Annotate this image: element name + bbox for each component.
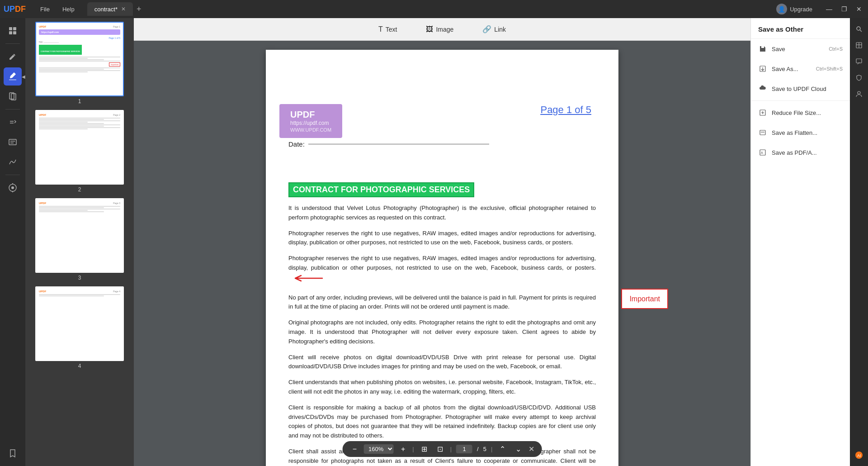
new-tab-button[interactable]: + [133,5,145,14]
thumbnail-page-4[interactable]: UPDF Page 4 4 [29,286,130,369]
close-button[interactable]: ✕ [854,5,864,14]
toolbar-sign-icon[interactable] [4,153,22,171]
svg-point-19 [857,27,860,30]
save-option-save[interactable]: Save Ctrl+S [751,39,850,59]
save-label: Save [772,46,824,52]
titlebar-right: 👤 Upgrade — ❐ ✕ [776,4,864,14]
svg-point-25 [858,91,860,94]
svg-rect-15 [760,130,765,135]
maximize-button[interactable]: ❐ [839,5,850,14]
page-separator: / [477,446,479,452]
zoom-level-select[interactable]: 160% [364,444,394,454]
left-toolbar: ◀ [0,18,25,466]
zoom-bar: − 160% + | ⊞ ⊡ | / 5 | ⌃ ⌄ ✕ [343,441,542,457]
zoom-out-button[interactable]: − [350,444,359,454]
toolbar-pages-icon[interactable] [4,87,22,105]
contract-para-1: It is understood that Velvet Lotus Photo… [288,204,596,223]
contract-para-backup: Client is responsible for making a backu… [288,403,596,441]
arrow-annotation [293,273,325,287]
menu-help[interactable]: Help [57,4,80,14]
date-label: Date: [288,140,305,148]
page-number-input[interactable] [456,445,472,453]
thumbnail-num-4: 4 [78,363,81,369]
svg-rect-6 [9,139,16,145]
thumbnail-page-2[interactable]: UPDF Page 2 2 [29,110,130,193]
thumbnail-num-3: 3 [78,275,81,281]
upgrade-label: Upgrade [790,6,812,13]
saveas-icon [758,64,767,73]
right-search-icon[interactable] [852,22,866,36]
updf-domain: WWW.UPDF.COM [290,127,331,133]
thumbnail-image-4: UPDF Page 4 [35,286,124,361]
svg-rect-0 [9,27,12,30]
save-option-cloud[interactable]: Save to UPDF Cloud [751,79,850,99]
save-panel-divider [751,100,850,101]
toolbar-edit-icon[interactable] [4,48,22,66]
toolbar-view-icon[interactable] [4,22,22,40]
pdf-viewer[interactable]: UPDF https://updf.com WWW.UPDF.COM Page … [134,41,750,466]
reduce-icon [758,108,767,117]
important-box: Important [621,289,668,309]
next-page-button[interactable]: ⌄ [513,444,524,454]
thumbnail-panel: UPDF Page 1 https://updf.com Page 1 of 5… [25,18,134,466]
thumbnail-image-3: UPDF Page 3 [35,198,124,273]
toolbar-ai-icon[interactable] [4,179,22,197]
date-line: Date: [288,140,596,148]
save-option-pdfa[interactable]: A Save as PDF/A... [751,143,850,162]
toolbar-convert-icon[interactable] [4,113,22,131]
thumbnail-page-1[interactable]: UPDF Page 1 https://updf.com Page 1 of 5… [29,22,130,105]
zoom-close-button[interactable]: ✕ [528,445,534,453]
right-ai-icon[interactable]: AI [852,448,866,462]
main-layout: ◀ UPDF [0,18,868,466]
app-logo: UPDF [4,5,26,14]
svg-rect-1 [13,27,16,30]
prev-page-button[interactable]: ⌃ [497,444,508,454]
date-underline [308,144,489,144]
toolbar-ocr-icon[interactable] [4,133,22,151]
page-indicator: Page 1 of 5 [540,104,591,116]
right-shield-icon[interactable] [852,71,866,85]
saveas-shortcut: Ctrl+Shift+S [816,66,843,71]
image-tool[interactable]: 🖼 Image [419,23,461,36]
tab-label: contract* [94,6,118,13]
toolbar-divider-3 [5,175,20,175]
toolbar-bookmark-icon[interactable] [4,444,22,462]
save-option-flatten[interactable]: Save as Flatten... [751,123,850,143]
right-person-icon[interactable] [852,87,866,101]
content-area: T Text 🖼 Image 🔗 Link UPDF https://updf.… [134,18,750,466]
contract-para-originals: Original photographs are not included, o… [288,318,596,346]
thumbnail-page-3[interactable]: UPDF Page 3 3 [29,198,130,281]
save-option-reduce[interactable]: Reduce File Size... [751,103,850,123]
menu-file[interactable]: File [35,4,55,14]
titlebar: UPDF File Help contract* ✕ + 👤 Upgrade —… [0,0,868,18]
pdfa-icon: A [758,148,767,157]
upgrade-button[interactable]: 👤 Upgrade [776,4,812,14]
zoom-in-button[interactable]: + [398,444,408,454]
contract-para-photographer-rights: Photographer reserves the right to use n… [288,254,596,286]
menu-bar: File Help [35,4,80,14]
save-panel-title: Save as Other [751,25,850,39]
contract-heading: CONTRACT FOR PHOTOGRAPHIC SERVICES [288,182,474,197]
svg-rect-3 [13,31,16,34]
right-table-icon[interactable] [852,38,866,52]
reduce-label: Reduce File Size... [772,109,843,116]
svg-rect-2 [9,31,12,34]
minimize-button[interactable]: — [823,5,835,14]
fit-width-button[interactable]: ⊞ [419,444,430,454]
contract-para-payment: No part of any order, including previews… [288,293,596,312]
fit-page-button[interactable]: ⊡ [434,444,446,454]
save-option-saveas[interactable]: Save As... Ctrl+Shift+S [751,59,850,79]
toolbar-arrow-icon: ◀ [22,74,25,79]
cloud-icon [758,84,767,93]
link-tool[interactable]: 🔗 Link [475,22,513,36]
toolbar-annotate-icon[interactable]: ◀ [4,67,22,86]
image-tool-label: Image [436,26,453,33]
text-tool[interactable]: T Text [371,23,404,36]
cloud-label: Save to UPDF Cloud [772,86,843,92]
zoom-divider-1: | [412,446,414,452]
tab-contract[interactable]: contract* ✕ [87,2,133,16]
right-comment-icon[interactable] [852,54,866,69]
tab-close-button[interactable]: ✕ [121,6,126,12]
text-tool-icon: T [378,25,383,33]
thumbnail-image-1: UPDF Page 1 https://updf.com Page 1 of 5… [35,22,124,96]
